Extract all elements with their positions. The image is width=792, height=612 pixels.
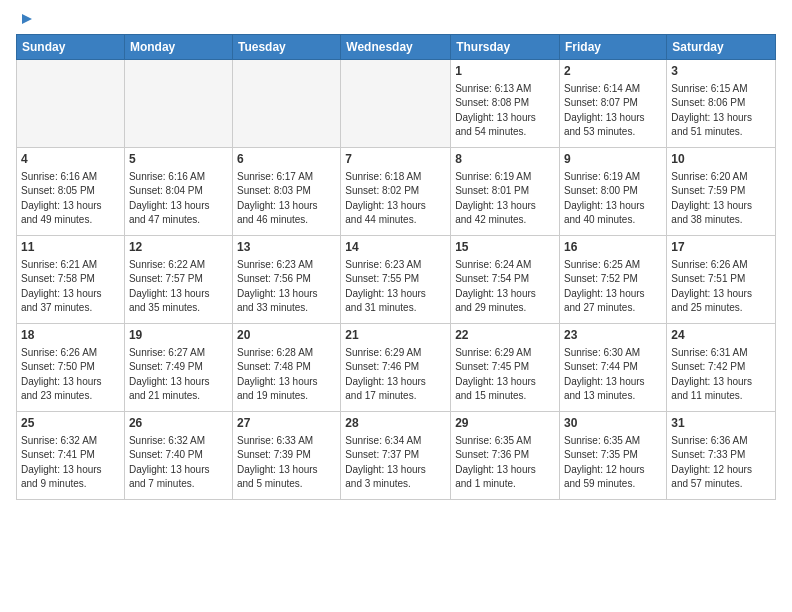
calendar-day-25: 25Sunrise: 6:32 AM Sunset: 7:41 PM Dayli… [17, 412, 125, 500]
calendar-day-7: 7Sunrise: 6:18 AM Sunset: 8:02 PM Daylig… [341, 148, 451, 236]
calendar-day-28: 28Sunrise: 6:34 AM Sunset: 7:37 PM Dayli… [341, 412, 451, 500]
day-info: Sunrise: 6:14 AM Sunset: 8:07 PM Dayligh… [564, 83, 645, 138]
calendar-day-4: 4Sunrise: 6:16 AM Sunset: 8:05 PM Daylig… [17, 148, 125, 236]
day-number: 30 [564, 415, 662, 432]
calendar-day-18: 18Sunrise: 6:26 AM Sunset: 7:50 PM Dayli… [17, 324, 125, 412]
day-number: 26 [129, 415, 228, 432]
day-number: 10 [671, 151, 771, 168]
calendar-week-row: 11Sunrise: 6:21 AM Sunset: 7:58 PM Dayli… [17, 236, 776, 324]
day-number: 13 [237, 239, 336, 256]
weekday-header-tuesday: Tuesday [232, 35, 340, 60]
day-info: Sunrise: 6:35 AM Sunset: 7:35 PM Dayligh… [564, 435, 645, 490]
calendar-day-30: 30Sunrise: 6:35 AM Sunset: 7:35 PM Dayli… [560, 412, 667, 500]
day-info: Sunrise: 6:15 AM Sunset: 8:06 PM Dayligh… [671, 83, 752, 138]
calendar-day-16: 16Sunrise: 6:25 AM Sunset: 7:52 PM Dayli… [560, 236, 667, 324]
day-info: Sunrise: 6:19 AM Sunset: 8:00 PM Dayligh… [564, 171, 645, 226]
day-number: 23 [564, 327, 662, 344]
day-info: Sunrise: 6:35 AM Sunset: 7:36 PM Dayligh… [455, 435, 536, 490]
calendar-day-17: 17Sunrise: 6:26 AM Sunset: 7:51 PM Dayli… [667, 236, 776, 324]
weekday-header-saturday: Saturday [667, 35, 776, 60]
day-number: 3 [671, 63, 771, 80]
calendar-day-31: 31Sunrise: 6:36 AM Sunset: 7:33 PM Dayli… [667, 412, 776, 500]
calendar-day-15: 15Sunrise: 6:24 AM Sunset: 7:54 PM Dayli… [451, 236, 560, 324]
day-info: Sunrise: 6:32 AM Sunset: 7:40 PM Dayligh… [129, 435, 210, 490]
calendar-day-5: 5Sunrise: 6:16 AM Sunset: 8:04 PM Daylig… [124, 148, 232, 236]
day-number: 1 [455, 63, 555, 80]
day-info: Sunrise: 6:29 AM Sunset: 7:45 PM Dayligh… [455, 347, 536, 402]
calendar-week-row: 4Sunrise: 6:16 AM Sunset: 8:05 PM Daylig… [17, 148, 776, 236]
day-number: 15 [455, 239, 555, 256]
day-info: Sunrise: 6:29 AM Sunset: 7:46 PM Dayligh… [345, 347, 426, 402]
day-info: Sunrise: 6:21 AM Sunset: 7:58 PM Dayligh… [21, 259, 102, 314]
logo [16, 10, 36, 28]
calendar-day-8: 8Sunrise: 6:19 AM Sunset: 8:01 PM Daylig… [451, 148, 560, 236]
calendar-week-row: 18Sunrise: 6:26 AM Sunset: 7:50 PM Dayli… [17, 324, 776, 412]
calendar-day-10: 10Sunrise: 6:20 AM Sunset: 7:59 PM Dayli… [667, 148, 776, 236]
day-number: 9 [564, 151, 662, 168]
day-number: 12 [129, 239, 228, 256]
weekday-header-sunday: Sunday [17, 35, 125, 60]
calendar-day-21: 21Sunrise: 6:29 AM Sunset: 7:46 PM Dayli… [341, 324, 451, 412]
day-number: 17 [671, 239, 771, 256]
header-area [16, 10, 776, 28]
day-info: Sunrise: 6:25 AM Sunset: 7:52 PM Dayligh… [564, 259, 645, 314]
logo-arrow-icon [18, 10, 36, 28]
day-info: Sunrise: 6:36 AM Sunset: 7:33 PM Dayligh… [671, 435, 752, 490]
day-number: 6 [237, 151, 336, 168]
day-info: Sunrise: 6:16 AM Sunset: 8:04 PM Dayligh… [129, 171, 210, 226]
day-info: Sunrise: 6:18 AM Sunset: 8:02 PM Dayligh… [345, 171, 426, 226]
calendar-day-19: 19Sunrise: 6:27 AM Sunset: 7:49 PM Dayli… [124, 324, 232, 412]
day-info: Sunrise: 6:26 AM Sunset: 7:50 PM Dayligh… [21, 347, 102, 402]
weekday-header-friday: Friday [560, 35, 667, 60]
day-info: Sunrise: 6:32 AM Sunset: 7:41 PM Dayligh… [21, 435, 102, 490]
day-number: 31 [671, 415, 771, 432]
day-info: Sunrise: 6:16 AM Sunset: 8:05 PM Dayligh… [21, 171, 102, 226]
calendar-empty-cell [124, 60, 232, 148]
day-info: Sunrise: 6:30 AM Sunset: 7:44 PM Dayligh… [564, 347, 645, 402]
calendar-table: SundayMondayTuesdayWednesdayThursdayFrid… [16, 34, 776, 500]
day-number: 8 [455, 151, 555, 168]
calendar-day-9: 9Sunrise: 6:19 AM Sunset: 8:00 PM Daylig… [560, 148, 667, 236]
calendar-day-20: 20Sunrise: 6:28 AM Sunset: 7:48 PM Dayli… [232, 324, 340, 412]
calendar-day-1: 1Sunrise: 6:13 AM Sunset: 8:08 PM Daylig… [451, 60, 560, 148]
day-number: 2 [564, 63, 662, 80]
day-number: 28 [345, 415, 446, 432]
calendar-day-29: 29Sunrise: 6:35 AM Sunset: 7:36 PM Dayli… [451, 412, 560, 500]
day-number: 19 [129, 327, 228, 344]
day-number: 20 [237, 327, 336, 344]
day-number: 7 [345, 151, 446, 168]
day-info: Sunrise: 6:24 AM Sunset: 7:54 PM Dayligh… [455, 259, 536, 314]
calendar-day-27: 27Sunrise: 6:33 AM Sunset: 7:39 PM Dayli… [232, 412, 340, 500]
day-info: Sunrise: 6:19 AM Sunset: 8:01 PM Dayligh… [455, 171, 536, 226]
day-info: Sunrise: 6:13 AM Sunset: 8:08 PM Dayligh… [455, 83, 536, 138]
calendar-day-12: 12Sunrise: 6:22 AM Sunset: 7:57 PM Dayli… [124, 236, 232, 324]
day-info: Sunrise: 6:27 AM Sunset: 7:49 PM Dayligh… [129, 347, 210, 402]
day-info: Sunrise: 6:17 AM Sunset: 8:03 PM Dayligh… [237, 171, 318, 226]
calendar-week-row: 25Sunrise: 6:32 AM Sunset: 7:41 PM Dayli… [17, 412, 776, 500]
calendar-empty-cell [17, 60, 125, 148]
calendar-day-14: 14Sunrise: 6:23 AM Sunset: 7:55 PM Dayli… [341, 236, 451, 324]
day-number: 29 [455, 415, 555, 432]
day-number: 21 [345, 327, 446, 344]
calendar-day-3: 3Sunrise: 6:15 AM Sunset: 8:06 PM Daylig… [667, 60, 776, 148]
weekday-header-monday: Monday [124, 35, 232, 60]
day-number: 5 [129, 151, 228, 168]
day-info: Sunrise: 6:33 AM Sunset: 7:39 PM Dayligh… [237, 435, 318, 490]
day-number: 22 [455, 327, 555, 344]
day-number: 27 [237, 415, 336, 432]
calendar-day-2: 2Sunrise: 6:14 AM Sunset: 8:07 PM Daylig… [560, 60, 667, 148]
day-number: 14 [345, 239, 446, 256]
svg-marker-0 [22, 14, 32, 24]
day-info: Sunrise: 6:28 AM Sunset: 7:48 PM Dayligh… [237, 347, 318, 402]
day-info: Sunrise: 6:34 AM Sunset: 7:37 PM Dayligh… [345, 435, 426, 490]
calendar-day-6: 6Sunrise: 6:17 AM Sunset: 8:03 PM Daylig… [232, 148, 340, 236]
calendar-day-13: 13Sunrise: 6:23 AM Sunset: 7:56 PM Dayli… [232, 236, 340, 324]
calendar-day-22: 22Sunrise: 6:29 AM Sunset: 7:45 PM Dayli… [451, 324, 560, 412]
calendar-week-row: 1Sunrise: 6:13 AM Sunset: 8:08 PM Daylig… [17, 60, 776, 148]
calendar-day-26: 26Sunrise: 6:32 AM Sunset: 7:40 PM Dayli… [124, 412, 232, 500]
calendar-empty-cell [232, 60, 340, 148]
day-info: Sunrise: 6:20 AM Sunset: 7:59 PM Dayligh… [671, 171, 752, 226]
day-number: 24 [671, 327, 771, 344]
calendar-day-23: 23Sunrise: 6:30 AM Sunset: 7:44 PM Dayli… [560, 324, 667, 412]
day-number: 18 [21, 327, 120, 344]
